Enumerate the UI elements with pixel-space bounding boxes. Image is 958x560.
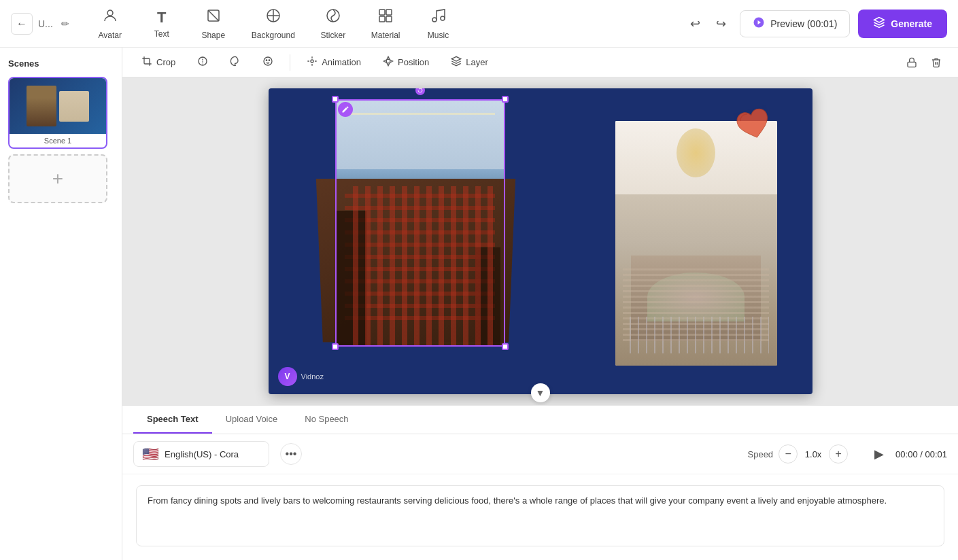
voice-name: English(US) - Cora — [165, 449, 239, 459]
rotate-handle[interactable] — [415, 88, 425, 95]
tab-speech-text[interactable]: Speech Text — [133, 406, 212, 434]
lock-button[interactable] — [901, 52, 923, 73]
svg-rect-7 — [379, 10, 385, 15]
play-icon: ▶ — [874, 447, 884, 461]
canvas-area: Crop Animat — [122, 48, 958, 560]
play-button[interactable]: ▶ — [870, 444, 889, 463]
back-icon: ← — [16, 18, 27, 30]
tab-no-speech[interactable]: No Speech — [291, 406, 362, 434]
handle-bottom-left[interactable] — [332, 343, 339, 350]
voice-more-button[interactable]: ••• — [280, 443, 302, 465]
sidebar-item-music[interactable]: Music — [414, 3, 463, 44]
add-scene-button[interactable]: + — [8, 154, 107, 203]
edit-icon[interactable]: ✏ — [61, 18, 69, 29]
speed-increase-button[interactable]: + — [829, 444, 848, 463]
toolbar-right: ↩ ↪ Preview (00:01) Generate — [684, 10, 947, 38]
text-label: Text — [154, 29, 169, 39]
speed-decrease-button[interactable]: − — [779, 444, 798, 463]
avatar-icon — [102, 7, 118, 28]
handle-top-left[interactable] — [332, 96, 339, 103]
sidebar-item-sticker[interactable]: Sticker — [309, 3, 358, 44]
back-button[interactable]: ← — [11, 13, 33, 35]
undo-button[interactable]: ↩ — [684, 13, 706, 35]
flag-icon: 🇺🇸 — [142, 446, 159, 462]
more-icon: ••• — [286, 448, 297, 460]
sidebar-item-avatar[interactable]: Avatar — [86, 3, 135, 44]
animation-label: Animation — [322, 57, 361, 67]
photo-left-selected[interactable] — [337, 101, 504, 345]
color-icon — [230, 56, 241, 69]
crop-label: Crop — [156, 57, 175, 67]
canvas-stage[interactable]: V Vidnoz ▼ — [122, 77, 958, 405]
svg-rect-10 — [386, 16, 392, 22]
dining-photo — [337, 101, 504, 345]
svg-rect-20 — [908, 62, 916, 67]
toolbar-divider — [290, 54, 290, 71]
time-display: 00:00 / 00:01 — [895, 449, 947, 459]
text-icon: T — [157, 9, 166, 27]
scene-thumb-inner — [10, 78, 106, 134]
sidebar-item-shape[interactable]: Shape — [189, 3, 238, 44]
thumb-photo-right — [59, 91, 89, 122]
generate-label: Generate — [891, 18, 932, 29]
face-button[interactable] — [254, 52, 281, 73]
sidebar-item-material[interactable]: Material — [360, 3, 411, 44]
handle-bottom-right[interactable] — [502, 343, 509, 350]
sidebar-item-text[interactable]: T Text — [137, 5, 186, 43]
canvas-frame: V Vidnoz — [269, 88, 812, 394]
voice-selector[interactable]: 🇺🇸 English(US) - Cora — [133, 441, 269, 467]
face-icon — [262, 56, 273, 69]
toolbar-nav: Avatar T Text Shape — [86, 3, 679, 44]
preview-button[interactable]: Preview (00:01) — [740, 10, 850, 37]
edit-badge[interactable] — [338, 102, 353, 117]
speech-textarea[interactable] — [136, 485, 944, 546]
vidnoz-text: Vidnoz — [301, 372, 324, 381]
background-icon — [265, 7, 281, 28]
layer-icon — [451, 56, 462, 69]
scene-1-thumbnail[interactable]: ✓ Scene 1 — [8, 77, 107, 149]
vidnoz-logo: V — [278, 367, 297, 386]
sidebar-item-background[interactable]: Background — [241, 3, 306, 44]
position-button[interactable]: Position — [375, 52, 437, 73]
animation-button[interactable]: Animation — [298, 52, 369, 73]
secondary-toolbar: Crop Animat — [122, 48, 958, 77]
animation-icon — [307, 56, 318, 69]
delete-button[interactable] — [925, 52, 947, 73]
indoor-photo-sim — [615, 121, 777, 366]
svg-rect-9 — [379, 16, 385, 22]
add-scene-icon: + — [52, 168, 63, 190]
speed-label: Speed — [748, 449, 774, 459]
speed-control: Speed − 1.0x + — [748, 444, 849, 463]
scenes-title: Scenes — [8, 58, 114, 69]
canvas-collapse-button[interactable]: ▼ — [531, 383, 550, 402]
bottom-panel: Speech Text Upload Voice No Speech 🇺🇸 En… — [122, 405, 958, 560]
redo-button[interactable]: ↪ — [710, 13, 732, 35]
preview-label: Preview (00:01) — [770, 18, 837, 29]
material-icon — [377, 7, 394, 28]
crop-button[interactable]: Crop — [133, 52, 184, 73]
speech-text-area — [122, 474, 958, 560]
shape-icon — [205, 7, 222, 28]
svg-point-16 — [264, 57, 272, 65]
music-label: Music — [428, 31, 449, 40]
opacity-icon — [197, 56, 208, 69]
opacity-button[interactable] — [189, 52, 216, 73]
playback-controls: ▶ 00:00 / 00:01 — [870, 444, 947, 463]
page-title: U... — [38, 18, 53, 29]
undo-redo-group: ↩ ↪ — [684, 13, 732, 35]
bottom-controls: 🇺🇸 English(US) - Cora ••• Speed − 1.0x + — [122, 434, 958, 474]
position-label: Position — [398, 57, 429, 67]
photo-right[interactable] — [615, 121, 777, 366]
layer-label: Layer — [466, 57, 488, 67]
scene-1-label: Scene 1 — [10, 134, 106, 147]
generate-button[interactable]: Generate — [858, 10, 947, 38]
handle-top-right[interactable] — [502, 96, 509, 103]
avatar-label: Avatar — [99, 31, 122, 40]
svg-rect-8 — [386, 10, 392, 15]
svg-point-19 — [311, 60, 313, 63]
svg-point-0 — [107, 10, 113, 16]
scene-1-preview — [10, 78, 106, 134]
color-button[interactable] — [222, 52, 249, 73]
tab-upload-voice[interactable]: Upload Voice — [212, 406, 292, 434]
layer-button[interactable]: Layer — [443, 52, 496, 73]
